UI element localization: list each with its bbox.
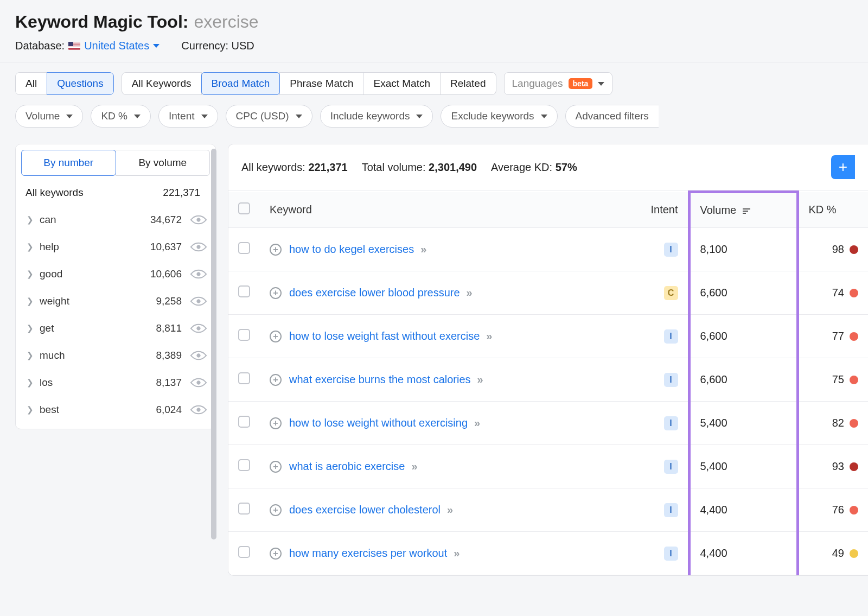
volume-cell: 4,400	[689, 532, 797, 575]
keyword-link[interactable]: does exercise lower blood pressure	[289, 287, 460, 299]
eye-icon[interactable]	[190, 293, 207, 309]
eye-icon[interactable]	[190, 347, 207, 364]
keyword-link[interactable]: how to lose weight fast without exercise	[289, 330, 480, 342]
keyword-link[interactable]: what is aerobic exercise	[289, 460, 405, 473]
eye-icon[interactable]	[190, 211, 207, 228]
sidebar-tab-by-number[interactable]: By number	[21, 150, 116, 176]
keyword-link[interactable]: how to lose weight without exercising	[289, 417, 468, 429]
tab-questions[interactable]: Questions	[47, 72, 114, 95]
intent-badge: I	[664, 329, 678, 344]
languages-dropdown[interactable]: Languages beta	[504, 72, 613, 95]
difficulty-dot-icon	[850, 376, 858, 384]
table-row: +does exercise lower cholesterol»I4,4007…	[228, 488, 868, 532]
kd-value: 76	[832, 504, 844, 516]
sidebar-item[interactable]: ❯los8,137	[21, 369, 210, 396]
summary-total-vol-value: 2,301,490	[429, 161, 477, 173]
tab-related[interactable]: Related	[440, 72, 496, 95]
expand-icon[interactable]: +	[270, 548, 282, 560]
row-checkbox[interactable]	[238, 459, 250, 471]
row-checkbox[interactable]	[238, 372, 250, 384]
expand-icon[interactable]: +	[270, 461, 282, 473]
row-checkbox[interactable]	[238, 503, 250, 515]
sidebar-item[interactable]: ❯best6,024	[21, 396, 210, 423]
sidebar-item[interactable]: ❯get8,811	[21, 315, 210, 342]
sidebar-item-word: get	[40, 322, 132, 334]
double-chevron-icon[interactable]: »	[467, 287, 470, 299]
sidebar-item-count: 10,606	[137, 268, 182, 280]
expand-icon[interactable]: +	[270, 504, 282, 516]
column-volume-label: Volume	[700, 204, 737, 216]
chevron-down-icon	[66, 115, 73, 118]
row-checkbox[interactable]	[238, 242, 250, 254]
filter-include[interactable]: Include keywords	[320, 105, 433, 128]
row-checkbox[interactable]	[238, 329, 250, 341]
eye-icon[interactable]	[190, 265, 207, 282]
column-kd[interactable]: KD %	[797, 192, 868, 228]
eye-icon[interactable]	[190, 374, 207, 391]
expand-icon[interactable]: +	[270, 287, 282, 299]
add-button[interactable]: +	[831, 155, 855, 179]
double-chevron-icon[interactable]: »	[411, 460, 415, 473]
double-chevron-icon[interactable]: »	[474, 417, 478, 429]
filter-intent[interactable]: Intent	[158, 105, 218, 128]
sidebar-item[interactable]: ❯help10,637	[21, 233, 210, 261]
keyword-link[interactable]: how many exercises per workout	[289, 547, 447, 560]
difficulty-dot-icon	[850, 506, 858, 515]
sidebar-scrollbar[interactable]	[211, 149, 216, 539]
expand-icon[interactable]: +	[270, 331, 282, 342]
expand-icon[interactable]: +	[270, 244, 282, 256]
summary-all-kw-label: All keywords:	[241, 161, 305, 173]
sidebar-item-count: 34,672	[137, 214, 182, 226]
sidebar-all-keywords-label: All keywords	[25, 187, 84, 199]
filter-exclude[interactable]: Exclude keywords	[441, 105, 557, 128]
column-keyword[interactable]: Keyword	[260, 192, 629, 228]
sidebar-item[interactable]: ❯weight9,258	[21, 288, 210, 315]
double-chevron-icon[interactable]: »	[454, 547, 457, 560]
filter-volume[interactable]: Volume	[15, 105, 83, 128]
keyword-link[interactable]: how to do kegel exercises	[289, 243, 414, 256]
double-chevron-icon[interactable]: »	[447, 504, 451, 516]
sidebar-item-word: good	[40, 268, 132, 280]
double-chevron-icon[interactable]: »	[420, 243, 424, 256]
sidebar-item[interactable]: ❯can34,672	[21, 206, 210, 233]
controls-area: All Questions All Keywords Broad Match P…	[0, 62, 868, 138]
chevron-down-icon	[416, 115, 423, 118]
row-checkbox[interactable]	[238, 546, 250, 558]
row-checkbox[interactable]	[238, 416, 250, 428]
tab-phrase-match[interactable]: Phrase Match	[279, 72, 363, 95]
eye-icon[interactable]	[190, 401, 207, 418]
filter-advanced[interactable]: Advanced filters	[565, 105, 659, 128]
sidebar: By number By volume All keywords 221,371…	[15, 144, 216, 429]
plus-icon: +	[839, 160, 847, 175]
row-checkbox[interactable]	[238, 285, 250, 297]
double-chevron-icon[interactable]: »	[477, 373, 481, 386]
kd-value: 82	[832, 417, 844, 429]
sidebar-item[interactable]: ❯good10,606	[21, 261, 210, 288]
column-volume[interactable]: Volume	[689, 192, 797, 228]
select-all-checkbox[interactable]	[238, 202, 250, 214]
table-row: +what is aerobic exercise»I5,40093	[228, 445, 868, 488]
sidebar-item-word: weight	[40, 295, 132, 307]
keyword-link[interactable]: does exercise lower cholesterol	[289, 504, 441, 516]
expand-icon[interactable]: +	[270, 417, 282, 429]
expand-icon[interactable]: +	[270, 374, 282, 386]
double-chevron-icon[interactable]: »	[486, 330, 490, 342]
keyword-link[interactable]: what exercise burns the most calories	[289, 373, 471, 386]
sidebar-item[interactable]: ❯much8,389	[21, 342, 210, 369]
filter-cpc[interactable]: CPC (USD)	[226, 105, 312, 128]
database-selector[interactable]: Database: United States	[15, 40, 159, 52]
filter-advanced-label: Advanced filters	[576, 110, 649, 122]
eye-icon[interactable]	[190, 320, 207, 336]
tab-all-keywords[interactable]: All Keywords	[122, 72, 202, 95]
eye-icon[interactable]	[190, 238, 207, 255]
chevron-right-icon: ❯	[27, 405, 34, 415]
chevron-down-icon	[134, 115, 141, 118]
tab-all[interactable]: All	[15, 72, 47, 95]
filter-kd[interactable]: KD %	[91, 105, 151, 128]
chevron-right-icon: ❯	[27, 296, 34, 306]
sidebar-tab-by-volume[interactable]: By volume	[116, 150, 210, 176]
column-intent[interactable]: Intent	[629, 192, 689, 228]
tab-broad-match[interactable]: Broad Match	[201, 72, 280, 95]
kd-value: 77	[832, 330, 844, 342]
tab-exact-match[interactable]: Exact Match	[363, 72, 441, 95]
